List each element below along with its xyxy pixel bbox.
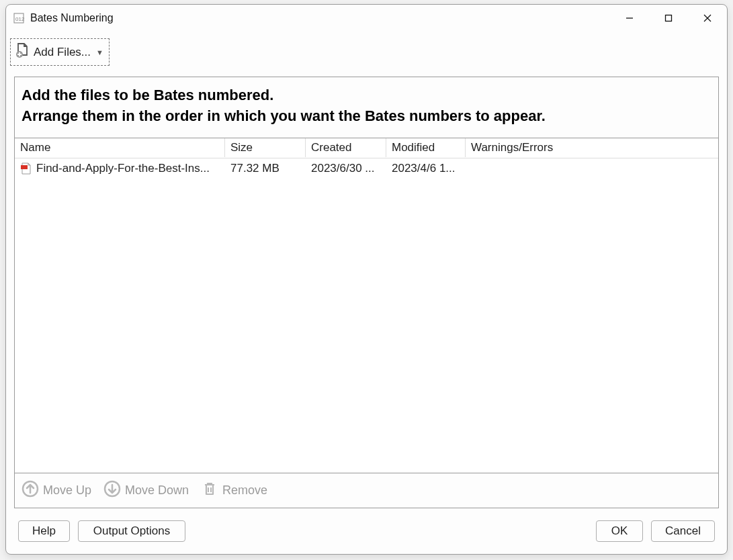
table-row[interactable]: Find-and-Apply-For-the-Best-Ins... 77.32…: [15, 158, 718, 179]
arrow-up-icon: [21, 480, 39, 501]
maximize-button[interactable]: [649, 5, 688, 32]
window-controls: [610, 5, 727, 32]
app-icon: 012: [13, 12, 25, 24]
remove-button[interactable]: Remove: [201, 480, 267, 501]
pdf-icon: [20, 162, 32, 175]
col-header-name[interactable]: Name: [15, 138, 225, 157]
table-body: Find-and-Apply-For-the-Best-Ins... 77.32…: [15, 158, 718, 473]
add-file-icon: [13, 42, 31, 62]
minimize-button[interactable]: [610, 5, 649, 32]
cell-warnings: [466, 167, 718, 171]
remove-label: Remove: [222, 483, 267, 498]
panel-instructions: Add the files to be Bates numbered. Arra…: [15, 77, 718, 138]
col-header-warnings[interactable]: Warnings/Errors: [466, 138, 718, 157]
col-header-size[interactable]: Size: [225, 138, 306, 157]
output-options-button[interactable]: Output Options: [78, 520, 185, 542]
chevron-down-icon: ▼: [96, 48, 103, 56]
move-down-label: Move Down: [125, 483, 189, 498]
file-table: Name Size Created Modified Warnings/Erro…: [15, 138, 718, 473]
panel-footer: Move Up Move Down Remove: [15, 473, 718, 508]
add-files-button[interactable]: Add Files... ▼: [10, 38, 110, 66]
svg-rect-9: [21, 165, 28, 169]
trash-icon: [201, 480, 218, 501]
add-files-label: Add Files...: [34, 46, 91, 59]
svg-text:012: 012: [15, 16, 25, 22]
bottom-bar: Help Output Options OK Cancel: [6, 514, 727, 554]
help-button[interactable]: Help: [18, 520, 70, 542]
cell-size: 77.32 MB: [225, 160, 306, 177]
main-panel: Add the files to be Bates numbered. Arra…: [14, 77, 719, 508]
cell-modified: 2023/4/6 1...: [386, 160, 466, 177]
instruction-line-1: Add the files to be Bates numbered.: [21, 85, 712, 106]
toolbar: Add Files... ▼: [6, 32, 727, 70]
cell-created: 2023/6/30 ...: [306, 160, 386, 177]
ok-button[interactable]: OK: [596, 520, 643, 542]
file-name: Find-and-Apply-For-the-Best-Ins...: [36, 162, 210, 175]
dialog-window: 012 Bates Numbering: [5, 4, 728, 555]
move-up-button[interactable]: Move Up: [21, 480, 91, 501]
move-up-label: Move Up: [43, 483, 91, 498]
arrow-down-icon: [103, 480, 121, 501]
titlebar: 012 Bates Numbering: [6, 5, 727, 32]
col-header-created[interactable]: Created: [306, 138, 386, 157]
window-title: Bates Numbering: [30, 12, 114, 24]
move-down-button[interactable]: Move Down: [103, 480, 189, 501]
col-header-modified[interactable]: Modified: [386, 138, 466, 157]
cancel-button[interactable]: Cancel: [651, 520, 715, 542]
instruction-line-2: Arrange them in the order in which you w…: [21, 106, 712, 127]
cell-name: Find-and-Apply-For-the-Best-Ins...: [15, 160, 225, 177]
close-button[interactable]: [688, 5, 727, 32]
svg-rect-3: [666, 15, 672, 21]
table-header: Name Size Created Modified Warnings/Erro…: [15, 138, 718, 158]
